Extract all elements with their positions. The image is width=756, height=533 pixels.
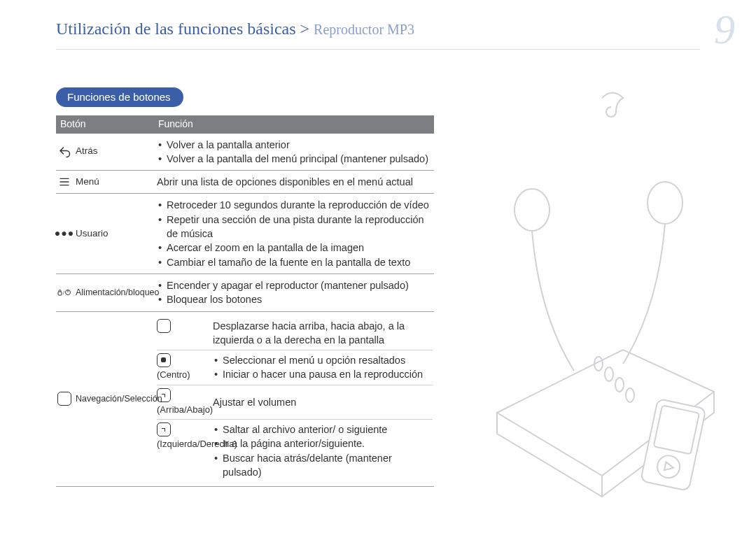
table-row: Menú Abrir una lista de opciones disponi…	[56, 171, 434, 194]
list-item: Volver a la pantalla anterior	[157, 138, 433, 152]
nav-center-icon	[157, 353, 171, 367]
table-row: ●●● Usuario Retroceder 10 segundos duran…	[56, 194, 434, 273]
list-item: Saltar al archivo anterior/ o siguiente	[213, 422, 433, 436]
list-item: Cambiar el tamaño de la fuente en la pan…	[157, 255, 433, 269]
nav-sub-text: Ajustar el volumen	[213, 388, 433, 409]
nav-subrow: (Izquierda/Derecha) Saltar al archivo an…	[157, 419, 433, 482]
nav-sub-label: (Centro)	[157, 369, 190, 381]
table-row-nav: Navegación/Selección Desplazarse hacia a…	[56, 312, 434, 488]
nav-subrow: Desplazarse hacia arriba, hacia abajo, a…	[157, 316, 433, 350]
user-dots-icon: ●●●	[57, 227, 71, 240]
svg-text:/: /	[63, 290, 64, 295]
list-item: Volver a la pantalla del menú principal …	[157, 152, 433, 166]
svg-point-9	[626, 388, 634, 402]
row-label: Atrás	[76, 145, 98, 158]
breadcrumb-main: Utilización de las funciones básicas	[56, 20, 296, 38]
nav-sub-text: Desplazarse hacia arriba, hacia abajo, a…	[213, 319, 433, 348]
nav-square-empty-icon	[157, 319, 171, 333]
svg-point-5	[648, 182, 682, 224]
list-item: Repetir una sección de una pista durante…	[157, 213, 433, 241]
nav-updown-icon	[157, 388, 171, 402]
list-item: Iniciar o hacer una pausa en la reproduc…	[213, 367, 433, 381]
breadcrumb-sub: Reproductor MP3	[314, 22, 414, 38]
manual-page: Utilización de las funciones básicas > R…	[0, 0, 756, 533]
list-item: Acercar el zoom en la pantalla de la ima…	[157, 241, 433, 255]
header-title: Utilización de las funciones básicas >	[56, 20, 309, 38]
row-function-list: Retroceder 10 segundos durante la reprod…	[157, 198, 433, 269]
table-row: Atrás Volver a la pantalla anterior Volv…	[56, 134, 434, 171]
svg-point-4	[514, 189, 550, 231]
table-head: Botón Función	[56, 115, 434, 134]
list-item: Bloquear los botones	[157, 292, 433, 306]
nav-sub-label: (Arriba/Abajo)	[157, 404, 213, 416]
row-label: Alimentación/bloqueo	[76, 287, 160, 299]
table-row: / Alimentación/bloqueo Encender y apagar…	[56, 274, 434, 312]
col-header-button: Botón	[56, 115, 154, 134]
back-icon	[57, 145, 71, 158]
row-label: Navegación/Selección	[76, 393, 162, 406]
header-rule	[56, 49, 700, 50]
menu-icon	[57, 176, 71, 188]
nav-subrow: (Centro) Seleccionar el menú u opción re…	[157, 350, 433, 385]
list-item: Retroceder 10 segundos durante la reprod…	[157, 198, 433, 212]
svg-rect-0	[58, 292, 62, 295]
row-function-list: Volver a la pantalla anterior Volver a l…	[157, 138, 433, 166]
decorative-illustration	[483, 84, 728, 504]
page-number: 9	[714, 6, 735, 54]
list-item: Ir a la página anterior/siguiente.	[213, 436, 433, 450]
list-item: Seleccionar el menú u opción resaltados	[213, 353, 433, 367]
row-function-list: Encender y apagar el reproductor (manten…	[157, 278, 433, 307]
list-item: Encender y apagar el reproductor (manten…	[157, 278, 433, 292]
svg-point-7	[605, 367, 613, 381]
section-heading: Funciones de botones	[56, 87, 183, 107]
page-header: Utilización de las funciones básicas > R…	[56, 20, 700, 38]
row-function-list: Saltar al archivo anterior/ o siguiente …	[213, 422, 433, 479]
svg-point-8	[615, 378, 624, 392]
nav-leftright-icon	[157, 422, 171, 436]
row-label: Usuario	[76, 227, 108, 241]
row-function-text: Abrir una lista de opciones disponibles …	[154, 173, 434, 190]
row-label: Menú	[76, 176, 99, 189]
breadcrumb-sep: >	[300, 20, 310, 38]
nav-square-icon	[57, 392, 71, 405]
list-item: Buscar hacia atrás/delante (mantener pul…	[213, 451, 433, 480]
nav-subrow: (Arriba/Abajo) Ajustar el volumen	[157, 385, 433, 419]
button-functions-table: Botón Función Atrás Volver a la pantalla…	[56, 115, 434, 487]
col-header-function: Función	[154, 115, 434, 134]
row-function-list: Seleccionar el menú u opción resaltados …	[213, 353, 433, 382]
power-lock-icon: /	[57, 286, 71, 299]
